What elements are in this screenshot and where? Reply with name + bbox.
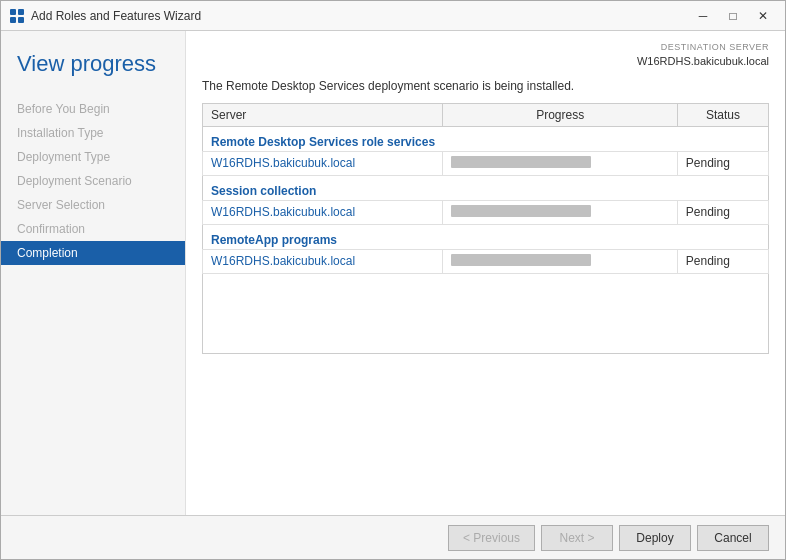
status-3: Pending (677, 249, 768, 273)
server-link-2[interactable]: W16RDHS.bakicubuk.local (211, 205, 355, 219)
col-server: Server (203, 103, 443, 126)
destination-server: W16RDHS.bakicubuk.local (637, 54, 769, 69)
table-row: W16RDHS.bakicubuk.local Pending (203, 249, 769, 273)
destination-info: DESTINATION SERVER W16RDHS.bakicubuk.loc… (637, 41, 769, 69)
status-message: The Remote Desktop Services deployment s… (202, 79, 769, 93)
sidebar-item-server-selection: Server Selection (1, 193, 185, 217)
sidebar-item-before-you-begin: Before You Begin (1, 97, 185, 121)
sidebar-item-deployment-type: Deployment Type (1, 145, 185, 169)
section-rds-heading: Remote Desktop Services role services (203, 126, 769, 151)
next-button[interactable]: Next > (541, 525, 613, 551)
table-row: W16RDHS.bakicubuk.local Pending (203, 151, 769, 175)
svg-rect-1 (18, 9, 24, 15)
sidebar-item-completion[interactable]: Completion (1, 241, 185, 265)
table-row: W16RDHS.bakicubuk.local Pending (203, 200, 769, 224)
close-button[interactable]: ✕ (749, 6, 777, 26)
wizard-window: Add Roles and Features Wizard ─ □ ✕ View… (0, 0, 786, 560)
sidebar-item-deployment-scenario: Deployment Scenario (1, 169, 185, 193)
title-bar: Add Roles and Features Wizard ─ □ ✕ (1, 1, 785, 31)
content-area: View progress Before You Begin Installat… (1, 31, 785, 515)
sidebar-item-confirmation: Confirmation (1, 217, 185, 241)
status-1: Pending (677, 151, 768, 175)
server-link-3[interactable]: W16RDHS.bakicubuk.local (211, 254, 355, 268)
status-2: Pending (677, 200, 768, 224)
progress-bar-1 (451, 156, 591, 168)
window-controls: ─ □ ✕ (689, 6, 777, 26)
section-remoteapp-heading: RemoteApp programs (203, 224, 769, 249)
sidebar-item-installation-type: Installation Type (1, 121, 185, 145)
section-session-heading: Session collection (203, 175, 769, 200)
svg-rect-3 (18, 17, 24, 23)
section-session: Session collection (203, 175, 769, 200)
footer: < Previous Next > Deploy Cancel (1, 515, 785, 559)
progress-bar-3 (451, 254, 591, 266)
svg-rect-2 (10, 17, 16, 23)
svg-rect-0 (10, 9, 16, 15)
col-progress: Progress (443, 103, 677, 126)
section-rds: Remote Desktop Services role services (203, 126, 769, 151)
progress-bar-2 (451, 205, 591, 217)
app-icon (9, 8, 25, 24)
maximize-button[interactable]: □ (719, 6, 747, 26)
server-link-1[interactable]: W16RDHS.bakicubuk.local (211, 156, 355, 170)
col-status: Status (677, 103, 768, 126)
page-title: View progress (1, 41, 185, 97)
deploy-button[interactable]: Deploy (619, 525, 691, 551)
main-content: The Remote Desktop Services deployment s… (186, 73, 785, 515)
window-title: Add Roles and Features Wizard (31, 9, 689, 23)
destination-label: DESTINATION SERVER (637, 41, 769, 54)
sidebar: View progress Before You Begin Installat… (1, 31, 186, 515)
spacer-row (203, 273, 769, 353)
section-remoteapp: RemoteApp programs (203, 224, 769, 249)
progress-table: Server Progress Status Remote Desktop Se… (202, 103, 769, 354)
cancel-button[interactable]: Cancel (697, 525, 769, 551)
main-header: DESTINATION SERVER W16RDHS.bakicubuk.loc… (186, 31, 785, 73)
previous-button[interactable]: < Previous (448, 525, 535, 551)
minimize-button[interactable]: ─ (689, 6, 717, 26)
main-panel: DESTINATION SERVER W16RDHS.bakicubuk.loc… (186, 31, 785, 515)
